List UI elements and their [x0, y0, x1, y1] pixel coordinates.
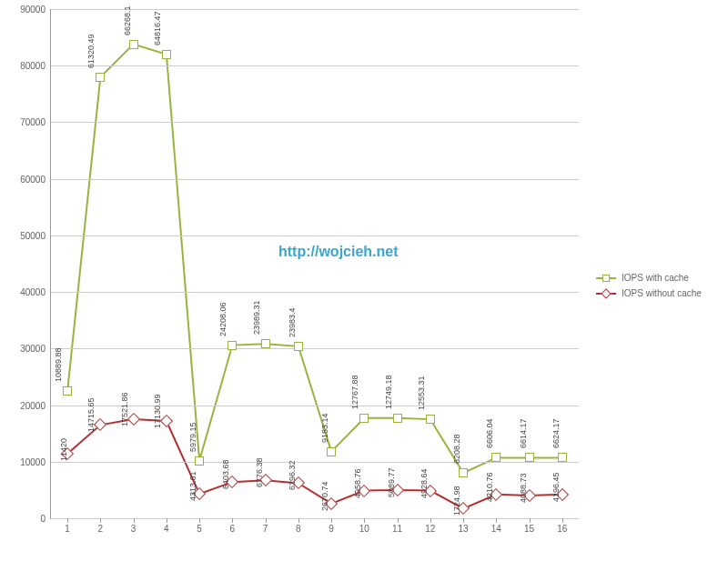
x-axis-label: 2 — [98, 518, 104, 534]
y-axis-label: 80000 — [20, 61, 51, 71]
data-label: 12767.88 — [351, 375, 360, 409]
data-label: 6614.17 — [518, 419, 527, 449]
marker-with-cache — [359, 414, 369, 423]
chart-container: http://wojcieh.net 010000200003000040000… — [0, 0, 728, 561]
marker-with-cache — [426, 415, 435, 424]
data-label: 1724.98 — [452, 486, 461, 516]
legend: IOPS with cache IOPS without cache — [596, 273, 702, 304]
gridline — [51, 122, 579, 123]
marker-with-cache — [162, 50, 171, 59]
gridline — [51, 292, 579, 293]
x-axis-label: 16 — [557, 518, 567, 534]
data-label: 9183.14 — [320, 413, 329, 443]
legend-item-without-cache: IOPS without cache — [596, 288, 702, 298]
marker-with-cache — [393, 414, 402, 423]
x-axis-label: 10 — [359, 518, 369, 534]
marker-with-cache — [228, 341, 237, 350]
marker-with-cache — [459, 468, 468, 477]
gridline — [51, 235, 579, 236]
data-label: 5089.77 — [386, 467, 395, 497]
data-label: 66268.1 — [122, 5, 131, 35]
gridline — [51, 406, 579, 406]
legend-item-with-cache: IOPS with cache — [596, 273, 702, 283]
plot-area: http://wojcieh.net 010000200003000040000… — [50, 9, 579, 519]
data-label: 2670.74 — [320, 481, 329, 511]
data-label: 6208.28 — [452, 435, 461, 465]
marker-with-cache — [261, 339, 270, 348]
x-axis-label: 4 — [164, 518, 169, 534]
x-axis-label: 13 — [459, 518, 469, 534]
x-axis-label: 7 — [263, 518, 268, 534]
legend-label: IOPS without cache — [622, 288, 702, 298]
watermark-text: http://wojcieh.net — [278, 244, 399, 260]
marker-with-cache — [63, 386, 72, 396]
marker-with-cache — [327, 447, 336, 456]
y-axis-label: 30000 — [20, 344, 51, 354]
data-label: 4196.45 — [551, 472, 561, 502]
data-label: 23983.4 — [288, 307, 297, 337]
data-label: 11420 — [60, 438, 69, 461]
data-label: 6296.32 — [288, 461, 297, 491]
marker-with-cache — [96, 73, 105, 82]
marker-with-cache — [491, 453, 500, 462]
data-label: 6606.04 — [485, 419, 494, 449]
data-label: 4928.64 — [420, 468, 429, 498]
data-label: 17521.86 — [120, 393, 129, 427]
y-axis-label: 60000 — [20, 174, 51, 184]
x-axis-label: 3 — [131, 518, 136, 534]
legend-label: IOPS with cache — [622, 273, 689, 283]
y-axis-label: 0 — [40, 514, 51, 524]
data-label: 24208.06 — [219, 302, 228, 336]
x-axis-label: 8 — [296, 518, 301, 534]
marker-with-cache — [558, 453, 567, 462]
data-label: 5979.15 — [188, 422, 197, 452]
data-label: 12553.31 — [417, 376, 426, 411]
y-axis-label: 10000 — [20, 456, 51, 466]
data-label: 64816.47 — [153, 11, 162, 45]
data-label: 4313.61 — [188, 472, 197, 502]
data-label: 6776.38 — [254, 458, 263, 488]
gridline — [51, 348, 579, 349]
marker-with-cache — [129, 40, 138, 49]
series-lines — [51, 9, 579, 518]
gridline — [51, 65, 579, 66]
data-label: 14715.65 — [87, 398, 96, 433]
gridline — [51, 179, 579, 180]
x-axis-label: 15 — [524, 518, 534, 534]
data-label: 10889.88 — [54, 347, 63, 382]
y-axis-label: 90000 — [20, 5, 51, 15]
data-label: 12749.18 — [384, 375, 393, 409]
legend-swatch-with-cache — [596, 277, 616, 279]
data-label: 6403.68 — [221, 460, 230, 490]
x-axis-label: 9 — [329, 518, 334, 534]
x-axis-label: 1 — [65, 518, 70, 534]
x-axis-label: 6 — [230, 518, 236, 534]
data-label: 4958.76 — [353, 468, 362, 498]
data-label: 23989.31 — [252, 301, 261, 336]
y-axis-label: 50000 — [20, 230, 51, 240]
data-label: 17130.99 — [153, 394, 162, 428]
x-axis-label: 11 — [392, 518, 402, 534]
y-axis-label: 40000 — [20, 287, 51, 297]
y-axis-label: 70000 — [20, 117, 51, 127]
y-axis-label: 20000 — [20, 400, 51, 410]
marker-with-cache — [294, 342, 303, 351]
data-label: 4088.73 — [518, 474, 527, 504]
x-axis-label: 5 — [197, 518, 202, 534]
data-label: 6624.17 — [551, 419, 561, 449]
x-axis-label: 12 — [425, 518, 435, 534]
data-label: 4210.76 — [485, 472, 494, 502]
marker-with-cache — [195, 456, 204, 466]
data-label: 61320.49 — [87, 34, 96, 68]
marker-with-cache — [525, 453, 534, 462]
x-axis-label: 14 — [491, 518, 501, 534]
legend-swatch-without-cache — [596, 293, 616, 295]
